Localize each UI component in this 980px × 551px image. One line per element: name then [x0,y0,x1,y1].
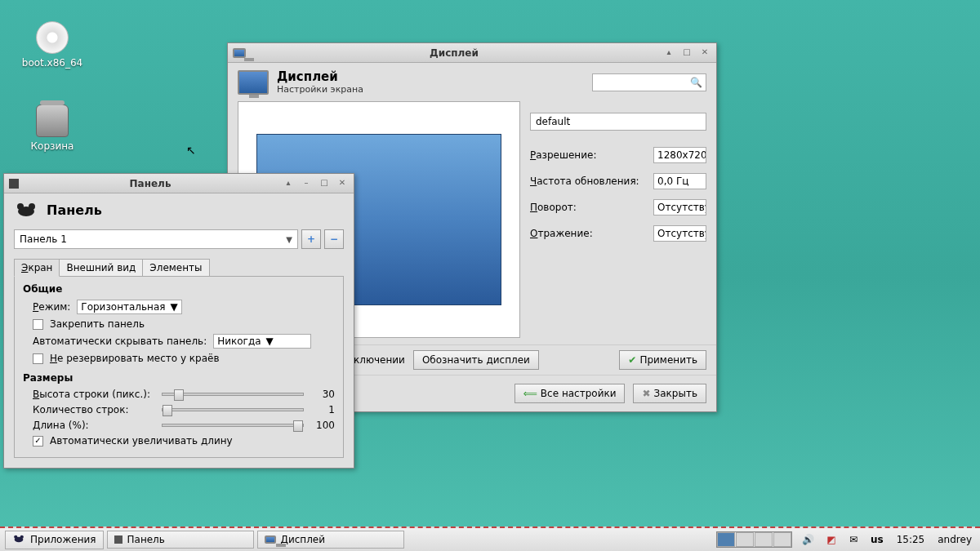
rotation-label: Поворот: [530,202,577,213]
all-settings-button[interactable]: ⟸ Все настройки [514,384,626,403]
search-input[interactable]: 🔍 [592,73,706,91]
rowheight-slider[interactable] [162,393,304,396]
clock[interactable]: 15:25 [893,532,929,547]
page-title: Панель [47,202,102,218]
rowheight-label: Высота строки (пикс.): [33,389,155,400]
desktop-icon-trash[interactable]: Корзина [20,104,85,152]
settings-header: Дисплей Настройки экрана 🔍 [228,63,716,101]
refresh-label: Частота обновления: [530,176,639,187]
workspace-1[interactable] [717,532,735,547]
maximize-button[interactable]: □ [318,178,331,189]
rowcount-label: Количество строк: [33,404,155,415]
no-reserve-label: Не резервировать место у краёв [50,353,220,364]
taskbar: Приложения Панель Дисплей 🔊 ◩ ✉ us 15:25… [0,527,980,551]
svg-point-4 [14,535,17,538]
reflection-combo[interactable]: Отсутствует [653,225,706,242]
volume-icon[interactable]: 🔊 [799,532,817,547]
disc-icon [36,21,69,54]
titlebar[interactable]: Дисплей ▴ □ ✕ [228,43,716,63]
xfce-mouse-icon [14,202,38,218]
chevron-down-icon: ▼ [171,301,178,313]
chevron-down-icon: ▼ [286,235,292,244]
back-icon: ⟸ [523,388,537,399]
resolution-combo[interactable]: 1280x720 [653,147,706,163]
system-tray: 🔊 ◩ ✉ us 15:25 andrey [716,531,975,548]
workspace-pager[interactable] [716,531,792,548]
window-title: Дисплей [251,47,657,59]
window-title: Панель [24,178,277,189]
add-panel-button[interactable]: + [301,229,321,249]
autoincrease-label: Автоматически увеличивать длину [50,435,233,447]
close-button[interactable]: ✕ [698,47,711,59]
monitor-icon [265,535,276,544]
tab-elements[interactable]: Элементы [142,259,209,277]
rotation-combo[interactable]: Отсутствует [653,199,706,216]
length-slider[interactable] [162,424,304,427]
monitor-icon [233,48,246,58]
mail-icon[interactable]: ✉ [846,532,861,547]
icon-label: Корзина [31,140,74,152]
workspace-3[interactable] [755,532,773,547]
rowheight-value: 30 [310,389,335,400]
panel-select-combo[interactable]: Панель 1 ▼ [14,229,298,249]
trash-icon [36,104,69,137]
tab-bar: Экран Внешний вид Элементы [14,259,344,277]
task-panel[interactable]: Панель [107,531,254,549]
autohide-label: Автоматически скрывать панель: [33,335,207,347]
panel-settings-window: Панель ▴ – □ ✕ Панель Панель 1 ▼ + − Экр… [3,173,354,469]
keyboard-layout[interactable]: us [867,532,887,547]
notification-icon[interactable]: ◩ [824,532,840,547]
svg-point-2 [29,203,35,210]
group-general: Общие [23,283,335,295]
workspace-2[interactable] [736,532,754,547]
svg-point-5 [20,535,24,538]
task-display[interactable]: Дисплей [257,531,404,549]
checkmark-icon: ✔ [628,354,636,366]
tab-appearance[interactable]: Внешний вид [59,259,143,277]
icon-label: boot.x86_64 [22,57,82,69]
rollup-button[interactable]: ▴ [662,47,675,59]
applications-menu[interactable]: Приложения [5,531,104,549]
length-label: Длина (%): [33,420,155,431]
workspace-4[interactable] [773,532,791,547]
rowcount-value: 1 [310,404,335,415]
titlebar[interactable]: Панель ▴ – □ ✕ [4,174,354,193]
autohide-combo[interactable]: Никогда ▼ [213,334,311,349]
minimize-button[interactable]: – [300,178,313,189]
refresh-combo[interactable]: 0,0 Гц [653,173,706,189]
autoincrease-checkbox[interactable]: ✓ [33,436,43,447]
close-button[interactable]: ✖ Закрыть [633,384,706,403]
maximize-button[interactable]: □ [680,47,693,59]
mode-combo[interactable]: Горизонтальная ▼ [77,300,181,314]
close-button[interactable]: ✕ [336,178,349,189]
lock-panel-checkbox[interactable] [33,319,43,330]
reflection-label: Отражение: [530,228,593,239]
lock-panel-label: Закрепить панель [50,318,145,330]
rollup-button[interactable]: ▴ [282,178,295,189]
identify-displays-button[interactable]: Обозначить дисплеи [413,350,539,370]
user-menu[interactable]: andrey [934,532,975,547]
panel-icon [114,535,122,544]
monitor-icon [238,70,269,95]
svg-point-1 [17,203,24,210]
panel-icon [9,179,19,189]
page-title: Дисплей [277,69,363,84]
selected-monitor-name[interactable]: default [530,113,706,131]
tab-content: Общие Режим: Горизонтальная ▼ Закрепить … [14,276,344,458]
mode-label: Режим: [33,301,70,313]
tab-screen[interactable]: Экран [14,259,60,277]
resolution-label: РРазрешение:азрешение: [530,149,596,161]
remove-panel-button[interactable]: − [324,229,344,249]
cursor-icon: ↖ [186,144,196,157]
desktop-icon-boot[interactable]: boot.x86_64 [20,21,85,69]
display-properties: default РРазрешение:азрешение: 1280x720 … [530,113,706,338]
search-icon: 🔍 [690,77,702,88]
xfce-mouse-icon [12,534,25,546]
page-subtitle: Настройки экрана [277,84,363,95]
chevron-down-icon: ▼ [266,335,274,347]
group-sizes: Размеры [23,372,335,384]
apply-button[interactable]: ✔ Применить [619,350,706,370]
close-icon: ✖ [642,388,650,399]
no-reserve-checkbox[interactable] [33,353,43,364]
rowcount-slider[interactable] [162,408,304,411]
